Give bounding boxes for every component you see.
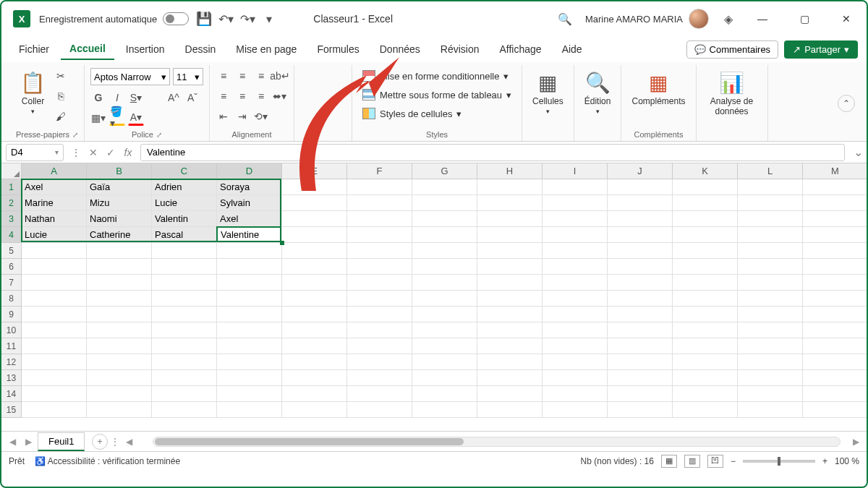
select-all-button[interactable] bbox=[1, 163, 22, 179]
autosave-toggle[interactable] bbox=[163, 12, 189, 25]
row-header[interactable]: 1 bbox=[1, 179, 22, 195]
cell[interactable] bbox=[738, 275, 803, 291]
align-left-icon[interactable]: ≡ bbox=[216, 88, 231, 104]
cell[interactable] bbox=[282, 338, 347, 354]
cell[interactable] bbox=[87, 354, 152, 370]
hscroll-left-icon[interactable]: ◀ bbox=[122, 437, 135, 447]
grow-font-icon[interactable]: A^ bbox=[166, 90, 182, 106]
cell[interactable] bbox=[542, 211, 608, 227]
font-color-button[interactable]: A▾ bbox=[128, 110, 144, 126]
cell[interactable]: Mizu bbox=[87, 195, 152, 211]
cell[interactable] bbox=[347, 259, 412, 275]
cell[interactable] bbox=[347, 370, 412, 386]
fill-color-button[interactable]: 🪣▾ bbox=[109, 110, 125, 126]
cell[interactable] bbox=[347, 195, 412, 211]
cell[interactable] bbox=[412, 338, 477, 354]
strike-button[interactable] bbox=[147, 90, 163, 106]
cell[interactable] bbox=[152, 322, 217, 338]
cell[interactable] bbox=[608, 307, 673, 322]
cell[interactable] bbox=[542, 338, 608, 354]
cell[interactable] bbox=[608, 338, 673, 354]
cell[interactable]: Valentine bbox=[217, 227, 282, 243]
format-as-table-button[interactable]: Mettre sous forme de tableau ▾ bbox=[358, 87, 516, 103]
cell[interactable] bbox=[542, 275, 608, 291]
cell[interactable] bbox=[152, 402, 217, 418]
name-box[interactable]: D4▾ bbox=[6, 144, 64, 161]
zoom-in-button[interactable]: + bbox=[822, 456, 827, 466]
align-right-icon[interactable]: ≡ bbox=[253, 88, 269, 104]
orientation-icon[interactable]: ⟲▾ bbox=[253, 108, 269, 124]
cell[interactable] bbox=[412, 386, 477, 402]
column-header[interactable]: L bbox=[738, 163, 803, 179]
cell[interactable] bbox=[542, 322, 608, 338]
cell[interactable] bbox=[87, 402, 152, 418]
cell[interactable] bbox=[412, 402, 477, 418]
cell[interactable] bbox=[152, 291, 217, 307]
cell[interactable] bbox=[803, 259, 868, 275]
accept-edit-icon[interactable]: ✓ bbox=[103, 147, 119, 158]
zoom-slider[interactable] bbox=[743, 460, 815, 463]
column-header[interactable]: D bbox=[217, 163, 282, 179]
cell[interactable] bbox=[217, 259, 282, 275]
cell[interactable] bbox=[282, 386, 347, 402]
cell[interactable] bbox=[608, 211, 673, 227]
tab-view[interactable]: Affichage bbox=[491, 39, 550, 59]
share-button[interactable]: ↗ Partager ▾ bbox=[784, 40, 858, 59]
cell[interactable] bbox=[22, 275, 87, 291]
cell[interactable] bbox=[738, 386, 803, 402]
undo-icon[interactable]: ↶▾ bbox=[219, 12, 232, 25]
cell[interactable] bbox=[738, 338, 803, 354]
cell[interactable] bbox=[542, 195, 608, 211]
row-header[interactable]: 9 bbox=[1, 307, 22, 322]
cell[interactable] bbox=[803, 402, 868, 418]
close-button[interactable]: ✕ bbox=[832, 7, 861, 30]
add-sheet-button[interactable]: ＋ bbox=[92, 434, 108, 450]
cell[interactable] bbox=[217, 307, 282, 322]
tab-help[interactable]: Aide bbox=[553, 39, 591, 59]
font-name-combo[interactable]: Aptos Narrow▾ bbox=[90, 68, 170, 85]
cell[interactable] bbox=[673, 338, 738, 354]
cell[interactable] bbox=[87, 243, 152, 259]
cell[interactable] bbox=[738, 370, 803, 386]
align-bottom-icon[interactable]: ≡ bbox=[253, 68, 269, 84]
cell[interactable]: Pascal bbox=[152, 227, 217, 243]
cell[interactable] bbox=[22, 322, 87, 338]
cell[interactable]: Adrien bbox=[152, 179, 217, 195]
cell[interactable] bbox=[477, 291, 542, 307]
cell[interactable] bbox=[412, 354, 477, 370]
cell[interactable] bbox=[738, 195, 803, 211]
cell[interactable] bbox=[803, 386, 868, 402]
cell[interactable] bbox=[803, 275, 868, 291]
redo-icon[interactable]: ↷▾ bbox=[241, 12, 254, 25]
cell[interactable] bbox=[803, 307, 868, 322]
cell[interactable] bbox=[347, 402, 412, 418]
cell[interactable] bbox=[542, 307, 608, 322]
cell[interactable] bbox=[673, 354, 738, 370]
cell[interactable] bbox=[477, 227, 542, 243]
row-header[interactable]: 5 bbox=[1, 243, 22, 259]
cell[interactable] bbox=[217, 275, 282, 291]
tab-formulas[interactable]: Formules bbox=[308, 39, 367, 59]
formula-bar[interactable]: Valentine bbox=[140, 144, 845, 161]
cell[interactable] bbox=[347, 338, 412, 354]
cell[interactable] bbox=[477, 338, 542, 354]
underline-button[interactable]: S▾ bbox=[128, 90, 144, 106]
cell[interactable] bbox=[608, 386, 673, 402]
cell[interactable] bbox=[22, 307, 87, 322]
cell[interactable] bbox=[412, 179, 477, 195]
cell[interactable] bbox=[412, 322, 477, 338]
cell[interactable] bbox=[738, 307, 803, 322]
cell[interactable] bbox=[22, 370, 87, 386]
copy-icon[interactable]: ⎘ bbox=[53, 88, 69, 104]
tab-layout[interactable]: Mise en page bbox=[227, 39, 305, 59]
cell[interactable] bbox=[738, 259, 803, 275]
cell[interactable] bbox=[152, 275, 217, 291]
cell[interactable] bbox=[477, 275, 542, 291]
sheet-nav-prev-icon[interactable]: ◀ bbox=[6, 437, 19, 447]
column-header[interactable]: J bbox=[608, 163, 673, 179]
cancel-formula-icon[interactable]: ⋮ bbox=[68, 147, 84, 158]
cell[interactable] bbox=[608, 179, 673, 195]
cell[interactable] bbox=[87, 370, 152, 386]
cell[interactable] bbox=[803, 370, 868, 386]
cell[interactable] bbox=[608, 243, 673, 259]
